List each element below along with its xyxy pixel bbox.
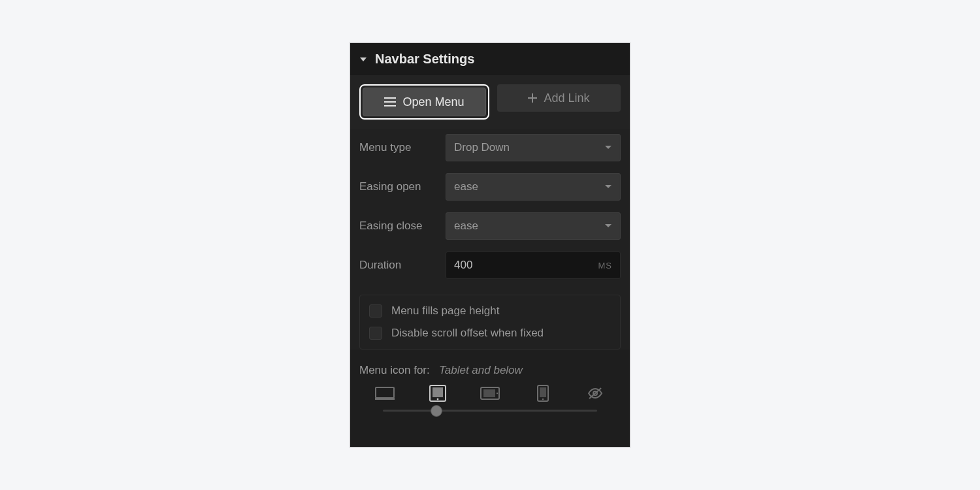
easing-close-label: Easing close xyxy=(359,220,438,233)
menu-type-select[interactable]: Drop Down xyxy=(446,134,621,161)
svg-point-4 xyxy=(436,399,438,400)
section-header[interactable]: Navbar Settings xyxy=(350,43,630,75)
open-menu-button[interactable]: Open Menu xyxy=(363,88,486,116)
disable-scroll-label: Disable scroll offset when fixed xyxy=(391,327,544,340)
checkbox-box xyxy=(369,327,382,340)
caret-down-icon xyxy=(359,56,367,63)
hamburger-icon xyxy=(384,97,396,106)
add-link-label: Add Link xyxy=(544,91,589,105)
duration-label: Duration xyxy=(359,259,438,272)
fills-height-label: Menu fills page height xyxy=(391,304,499,318)
breakpoint-slider[interactable] xyxy=(383,410,597,412)
svg-point-7 xyxy=(497,393,498,394)
svg-rect-6 xyxy=(483,389,495,397)
chevron-down-icon xyxy=(604,184,612,189)
add-link-button[interactable]: Add Link xyxy=(497,84,621,112)
disable-scroll-checkbox[interactable]: Disable scroll offset when fixed xyxy=(369,327,611,340)
desktop-icon[interactable] xyxy=(375,386,395,400)
plus-icon xyxy=(528,93,537,103)
svg-rect-0 xyxy=(376,387,394,398)
checkbox-box xyxy=(369,304,382,318)
fills-height-checkbox[interactable]: Menu fills page height xyxy=(369,304,611,318)
open-menu-label: Open Menu xyxy=(402,95,464,109)
easing-close-row: Easing close ease xyxy=(359,212,621,240)
slider-thumb[interactable] xyxy=(431,405,442,417)
easing-close-value: ease xyxy=(454,220,478,233)
chevron-down-icon xyxy=(604,223,612,229)
menu-type-value: Drop Down xyxy=(454,141,510,154)
menu-type-row: Menu type Drop Down xyxy=(359,134,621,161)
easing-open-value: ease xyxy=(454,180,478,193)
svg-rect-3 xyxy=(433,387,443,397)
duration-unit: MS xyxy=(598,261,613,270)
section-title: Navbar Settings xyxy=(375,52,474,67)
hidden-icon[interactable] xyxy=(585,386,605,400)
duration-value: 400 xyxy=(454,259,472,272)
easing-open-row: Easing open ease xyxy=(359,173,621,201)
menu-type-label: Menu type xyxy=(359,141,438,154)
easing-open-label: Easing open xyxy=(359,180,438,193)
tablet-landscape-icon[interactable] xyxy=(480,386,500,400)
phone-icon[interactable] xyxy=(533,386,553,400)
easing-open-select[interactable]: ease xyxy=(446,173,621,201)
device-row xyxy=(350,381,630,402)
duration-row: Duration 400 MS xyxy=(359,252,621,279)
menu-icon-label: Menu icon for: xyxy=(359,364,430,376)
settings-group: Menu type Drop Down Easing open ease Eas… xyxy=(350,129,630,350)
tablet-icon[interactable] xyxy=(428,386,448,400)
easing-close-select[interactable]: ease xyxy=(446,212,621,240)
menu-icon-value: Tablet and below xyxy=(439,364,523,376)
duration-input[interactable]: 400 MS xyxy=(446,252,621,279)
navbar-settings-panel: Navbar Settings Open Menu Add Link Menu … xyxy=(350,43,630,447)
svg-rect-1 xyxy=(375,398,395,400)
menu-icon-row: Menu icon for: Tablet and below xyxy=(350,350,630,381)
open-menu-highlight: Open Menu xyxy=(359,84,489,120)
checkbox-block: Menu fills page height Disable scroll of… xyxy=(359,295,621,350)
chevron-down-icon xyxy=(604,145,612,150)
svg-rect-9 xyxy=(540,387,546,397)
svg-point-10 xyxy=(542,399,543,400)
button-row: Open Menu Add Link xyxy=(350,75,630,129)
